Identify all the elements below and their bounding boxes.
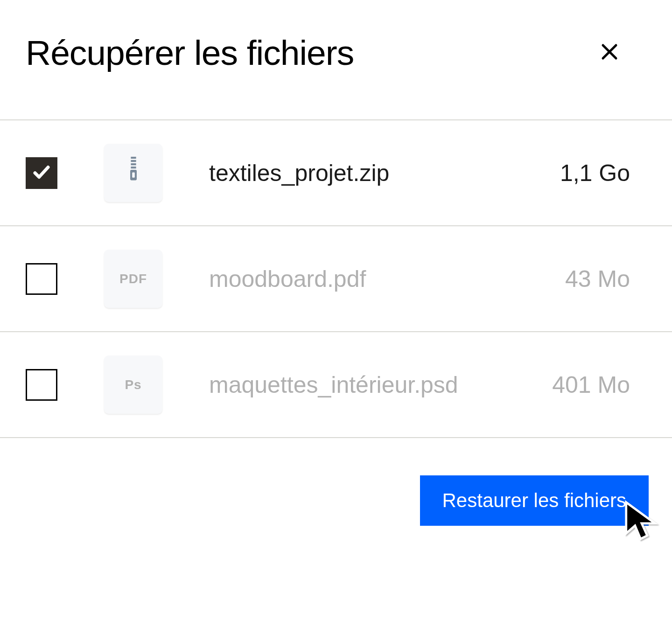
file-row[interactable]: Ps maquettes_intérieur.psd 401 Mo (0, 332, 672, 438)
file-checkbox[interactable] (26, 369, 57, 401)
dialog-title: Récupérer les fichiers (26, 33, 354, 73)
svg-rect-5 (131, 167, 136, 168)
file-size: 1,1 Go (560, 160, 630, 187)
svg-rect-2 (131, 157, 136, 159)
check-icon (32, 162, 51, 184)
cursor-icon (623, 500, 660, 549)
close-button[interactable] (594, 36, 625, 70)
file-icon-label: Ps (125, 377, 141, 392)
psd-file-icon: Ps (104, 355, 162, 414)
dialog-footer: Restaurer les fichiers (0, 438, 672, 526)
svg-rect-4 (131, 163, 136, 165)
file-row[interactable]: textiles_projet.zip 1,1 Go (0, 120, 672, 226)
file-name: maquettes_intérieur.psd (209, 371, 529, 398)
restore-button[interactable]: Restaurer les fichiers (420, 475, 649, 526)
file-name: moodboard.pdf (209, 265, 542, 293)
svg-rect-3 (131, 160, 136, 162)
svg-marker-8 (626, 502, 655, 539)
file-name: textiles_projet.zip (209, 160, 537, 187)
pdf-file-icon: PDF (104, 250, 162, 308)
dialog-header: Récupérer les fichiers (0, 0, 672, 119)
close-icon (598, 56, 621, 64)
svg-rect-7 (132, 172, 135, 177)
zip-file-icon (104, 144, 162, 202)
file-size: 43 Mo (565, 265, 630, 293)
file-list: textiles_projet.zip 1,1 Go PDF moodboard… (0, 119, 672, 438)
file-size: 401 Mo (552, 371, 630, 398)
file-checkbox[interactable] (26, 263, 57, 295)
file-row[interactable]: PDF moodboard.pdf 43 Mo (0, 226, 672, 332)
restore-button-label: Restaurer les fichiers (442, 489, 626, 511)
file-icon-label: PDF (119, 272, 147, 286)
file-checkbox[interactable] (26, 157, 57, 189)
